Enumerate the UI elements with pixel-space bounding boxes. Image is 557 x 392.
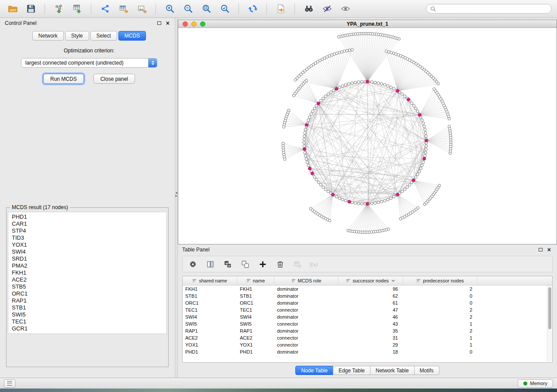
import-table-from-file-icon[interactable]	[70, 3, 84, 15]
search-box[interactable]	[426, 4, 552, 14]
tab-network-table[interactable]: Network Table	[370, 366, 415, 375]
tab-node-table[interactable]: Node Table	[295, 366, 333, 375]
save-session-icon[interactable]	[24, 3, 38, 15]
tab-mcds[interactable]: MCDS	[118, 31, 146, 41]
panel-divider[interactable]: ◂▸	[175, 18, 178, 378]
mcds-node-item[interactable]: CAR1	[12, 220, 163, 227]
mcds-node-item[interactable]: PHD1	[12, 213, 163, 220]
table-cell: 1	[403, 342, 477, 347]
close-window-icon[interactable]	[183, 21, 188, 27]
memory-button[interactable]: Memory	[518, 379, 553, 388]
search-icon	[430, 6, 436, 12]
mcds-node-item[interactable]: STB1	[12, 304, 163, 311]
float-panel-icon[interactable]	[157, 21, 161, 25]
delete-rows-icon[interactable]	[274, 258, 286, 270]
mcds-node-item[interactable]: ACE2	[12, 276, 163, 283]
criterion-dropdown[interactable]: largest connected component (undirected)	[21, 58, 157, 68]
show-columns-icon[interactable]	[204, 258, 216, 270]
zoom-fit-icon[interactable]	[199, 3, 214, 15]
table-row[interactable]: YOX1YOX1connector291	[183, 341, 552, 348]
mcds-node-item[interactable]: TID3	[12, 234, 163, 241]
close-panel-button[interactable]: Close panel	[93, 74, 135, 84]
mcds-node-item[interactable]: FKH1	[12, 269, 163, 276]
maximize-window-icon[interactable]	[200, 21, 205, 27]
zoom-in-icon[interactable]	[163, 3, 177, 15]
table-cell: 0	[403, 349, 477, 354]
collapse-arrows-icon[interactable]: ◂▸	[175, 191, 177, 197]
table-row[interactable]: TEC1TEC1connector472	[183, 306, 552, 313]
table-scrollbar[interactable]	[547, 285, 552, 362]
table-row[interactable]: RAP1RAP1dominator352	[183, 327, 552, 334]
control-panel-title: Control Panel	[5, 20, 37, 26]
network-window-titlebar[interactable]: YPA_prune.txt_1	[178, 20, 557, 28]
network-search-icon[interactable]	[301, 3, 316, 15]
import-network-from-file-icon[interactable]	[52, 3, 66, 15]
scrollbar-thumb[interactable]	[548, 287, 551, 329]
open-file-icon[interactable]	[5, 3, 20, 15]
table-row[interactable]: PHD1PHD1dominator180	[183, 348, 552, 355]
mcds-node-item[interactable]: SRD1	[12, 255, 163, 262]
mcds-node-item[interactable]: SWI4	[12, 248, 163, 255]
tab-motifs[interactable]: Motifs	[414, 366, 439, 375]
mcds-node-item[interactable]: TEC1	[12, 318, 163, 325]
float-panel-icon[interactable]	[539, 248, 543, 251]
export-document-icon[interactable]	[273, 3, 288, 15]
status-menu-button[interactable]	[4, 379, 15, 388]
tab-edge-table[interactable]: Edge Table	[333, 366, 370, 375]
tab-network[interactable]: Network	[32, 31, 64, 41]
column-header-MCDS-role[interactable]: MCDS role	[274, 276, 339, 285]
table-cell: 2	[403, 314, 477, 320]
table-cell: 35	[339, 328, 403, 334]
table-row[interactable]: ACE2ACE2connector311	[183, 334, 552, 341]
column-header-shared-name[interactable]: shared name	[183, 276, 237, 285]
table-cell: 31	[339, 335, 403, 340]
minimize-window-icon[interactable]	[191, 21, 197, 27]
table-cell: 18	[339, 349, 403, 354]
zoom-out-icon[interactable]	[181, 3, 195, 15]
mcds-result-list[interactable]: PHD1CAR1STP4TID3YOX1SWI4SRD1PMA2FKH1ACE2…	[8, 212, 167, 334]
mcds-node-item[interactable]: PMA2	[12, 262, 163, 269]
column-header-name[interactable]: name	[237, 276, 274, 285]
refresh-network-icon[interactable]	[246, 3, 260, 15]
mcds-node-item[interactable]: ORC1	[12, 290, 163, 297]
toolbar-separator	[239, 3, 239, 14]
mcds-node-item[interactable]: YOX1	[12, 241, 163, 248]
close-panel-icon[interactable]: ×	[547, 247, 551, 253]
mcds-node-item[interactable]: STB5	[12, 283, 163, 290]
mcds-node-item[interactable]: SWI5	[12, 311, 163, 318]
tab-select[interactable]: Select	[90, 31, 117, 41]
export-network-icon[interactable]	[98, 3, 112, 15]
zoom-selected-icon[interactable]	[218, 3, 232, 15]
table-row[interactable]: STB1STB1dominator620	[183, 292, 552, 299]
table-row[interactable]: SWI5SWI5connector431	[183, 320, 552, 327]
table-cell: TEC1	[183, 307, 237, 313]
table-cell: 47	[339, 307, 403, 313]
close-panel-icon[interactable]: ×	[166, 20, 170, 26]
mcds-node-item[interactable]: RAP1	[12, 297, 163, 304]
hide-graphics-details-icon[interactable]	[320, 3, 334, 15]
network-canvas[interactable]	[178, 28, 557, 244]
select-all-icon[interactable]	[222, 258, 233, 270]
tab-style[interactable]: Style	[65, 31, 89, 41]
add-column-icon[interactable]	[257, 258, 268, 270]
table-row[interactable]: ORC1ORC1dominator610	[183, 299, 552, 306]
column-header-predecessor-nodes[interactable]: predecessor nodes	[403, 276, 477, 285]
dropdown-stepper-icon	[148, 58, 157, 67]
run-mcds-button[interactable]: Run MCDS	[43, 74, 84, 84]
column-header-successor-nodes[interactable]: successor nodes	[339, 276, 403, 285]
export-image-icon[interactable]	[135, 3, 149, 15]
mcds-node-item[interactable]: GCR1	[12, 325, 163, 332]
mcds-node-item[interactable]: STP4	[12, 227, 163, 234]
panel-window-controls: ×	[157, 20, 170, 26]
table-row[interactable]: SWI4SWI4dominator462	[183, 313, 552, 320]
network-graph[interactable]	[178, 28, 557, 244]
table-cell: 43	[339, 321, 403, 327]
show-graphics-details-icon[interactable]	[338, 3, 353, 15]
memory-label: Memory	[530, 381, 547, 386]
table-cell: PHD1	[183, 349, 237, 354]
table-row[interactable]: FKH1FKH1dominator962	[183, 285, 552, 292]
search-input[interactable]	[439, 5, 547, 12]
clear-selection-icon[interactable]	[239, 258, 251, 270]
export-table-icon[interactable]	[116, 3, 131, 15]
table-mode-gear-icon[interactable]	[187, 258, 198, 270]
